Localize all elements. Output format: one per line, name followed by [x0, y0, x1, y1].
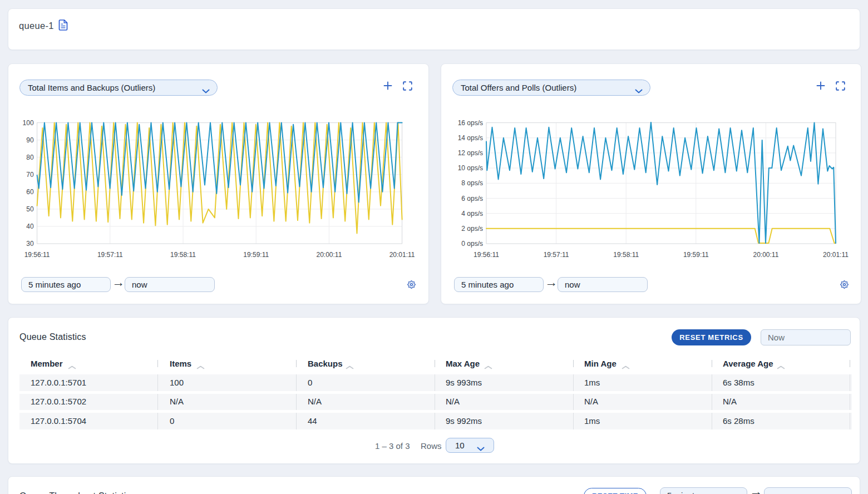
svg-text:19:59:11: 19:59:11 — [243, 251, 269, 259]
svg-text:10 ops/s: 10 ops/s — [458, 164, 483, 172]
svg-text:19:57:11: 19:57:11 — [97, 251, 123, 259]
svg-text:19:56:11: 19:56:11 — [474, 251, 499, 259]
svg-text:20:01:11: 20:01:11 — [389, 251, 415, 259]
svg-text:100: 100 — [23, 119, 34, 127]
svg-text:20:00:11: 20:00:11 — [753, 251, 778, 259]
svg-text:30: 30 — [26, 240, 34, 248]
svg-text:20:00:11: 20:00:11 — [316, 251, 342, 259]
svg-text:4 ops/s: 4 ops/s — [461, 210, 483, 218]
svg-text:2 ops/s: 2 ops/s — [461, 225, 483, 233]
svg-text:19:57:11: 19:57:11 — [544, 251, 569, 259]
svg-text:80: 80 — [26, 154, 34, 161]
svg-text:14 ops/s: 14 ops/s — [458, 134, 483, 142]
svg-text:19:59:11: 19:59:11 — [683, 251, 709, 259]
svg-text:16 ops/s: 16 ops/s — [458, 119, 483, 127]
svg-text:12 ops/s: 12 ops/s — [458, 149, 483, 157]
svg-text:60: 60 — [26, 188, 34, 196]
svg-text:90: 90 — [26, 136, 34, 144]
svg-text:19:56:11: 19:56:11 — [24, 251, 50, 259]
svg-text:20:01:11: 20:01:11 — [823, 251, 849, 259]
svg-text:50: 50 — [26, 205, 34, 213]
svg-text:40: 40 — [26, 223, 34, 230]
svg-text:6 ops/s: 6 ops/s — [461, 195, 483, 202]
svg-text:0 ops/s: 0 ops/s — [461, 240, 483, 248]
svg-text:19:58:11: 19:58:11 — [170, 251, 196, 259]
svg-text:8 ops/s: 8 ops/s — [461, 179, 483, 187]
svg-text:70: 70 — [26, 171, 34, 179]
svg-text:19:58:11: 19:58:11 — [613, 251, 639, 259]
